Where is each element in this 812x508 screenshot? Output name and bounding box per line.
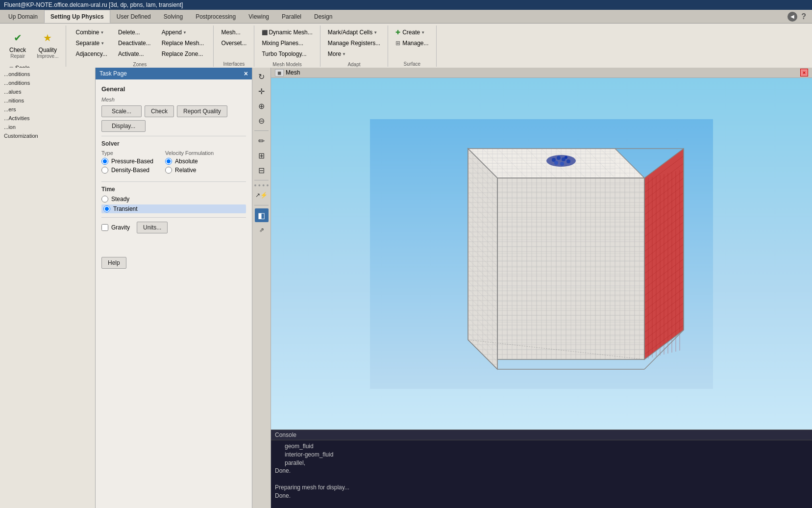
absolute-option[interactable]: Absolute <box>165 158 214 165</box>
ribbon-group-adapt: Mark/Adapt Cells ▼ Manage Registers... M… <box>320 25 388 67</box>
svg-marker-51 <box>497 178 644 359</box>
solver-section-title: Solver <box>101 140 246 147</box>
sidebar-item-conditions1[interactable]: ...onditions <box>0 70 95 78</box>
tab-parallel-label: Parallel <box>282 13 301 20</box>
steady-radio[interactable] <box>101 196 108 203</box>
manage-surface-button[interactable]: ⊞ Manage... <box>392 38 432 48</box>
tab-domain[interactable]: Up Domain <box>2 10 44 23</box>
check-dialog-button[interactable]: Check <box>145 105 174 117</box>
mixing-planes-button[interactable]: Mixing Planes... <box>258 38 316 48</box>
console-title: Console <box>275 432 296 438</box>
time-radio-group: Steady Transient <box>101 196 246 213</box>
adjacency-label: Adjacency... <box>75 51 107 57</box>
ribbon-tabs: Up Domain Setting Up Physics User Define… <box>0 10 812 24</box>
improve-label: Improve... <box>37 53 58 59</box>
relative-radio[interactable] <box>165 167 172 174</box>
turbo-topology-button[interactable]: Turbo Topology... <box>258 49 316 59</box>
mark-adapt-button[interactable]: Mark/Adapt Cells ▼ <box>324 27 384 37</box>
tab-domain-label: Up Domain <box>8 13 38 20</box>
gravity-checkbox[interactable] <box>101 224 108 231</box>
sidebar-item-nitions[interactable]: ...nitions <box>0 96 95 105</box>
more-adapt-label: More <box>328 51 341 57</box>
overset-label: Overset... <box>221 40 246 47</box>
tab-design[interactable]: Design <box>308 10 339 23</box>
sidebar-item-conditions2[interactable]: ...onditions <box>0 78 95 87</box>
refresh-toolbar-btn[interactable]: ↻ <box>255 70 269 83</box>
sidebar-item-activities[interactable]: ...Activities <box>0 114 95 123</box>
combine-button[interactable]: Combine ▼ <box>72 27 110 37</box>
gravity-divider <box>101 217 246 218</box>
console-line-6: Preparing mesh for display... <box>275 483 808 492</box>
tab-physics[interactable]: Setting Up Physics <box>44 10 110 23</box>
sidebar-item-customization[interactable]: Customization <box>0 131 95 140</box>
sidebar-item-values[interactable]: ...alues <box>0 87 95 96</box>
units-button[interactable]: Units... <box>137 222 168 233</box>
dynamic-mesh-button[interactable]: ⬛ Dynamic Mesh... <box>258 27 316 37</box>
sidebar-item-ers[interactable]: ...ers <box>0 105 95 114</box>
append-button[interactable]: Append ▼ <box>158 27 208 37</box>
find-toolbar-btn[interactable]: ⊞ <box>255 149 269 162</box>
delete-button[interactable]: Delete... <box>115 27 154 37</box>
task-page: Task Page × General Mesh Scale... Check … <box>96 68 252 508</box>
task-page-close-button[interactable]: × <box>244 70 248 77</box>
manage-registers-button[interactable]: Manage Registers... <box>324 38 384 48</box>
help-button[interactable]: ? <box>801 12 806 21</box>
more-adapt-button[interactable]: More ▼ <box>324 49 384 59</box>
deactivate-button[interactable]: Deactivate... <box>115 38 154 48</box>
pressure-based-option[interactable]: Pressure-Based <box>101 158 153 165</box>
activate-button[interactable]: Activate... <box>115 49 154 59</box>
tab-postprocessing[interactable]: Postprocessing <box>189 10 242 23</box>
viewport-close-button[interactable]: × <box>800 69 808 76</box>
console-content[interactable]: geom_fluid interior-geom_fluid parallel,… <box>271 440 812 508</box>
sidebar-item-ion[interactable]: ...ion <box>0 123 95 131</box>
draw-toolbar-btn[interactable]: ✏ <box>255 134 269 148</box>
display-dialog-button[interactable]: Display... <box>101 120 146 132</box>
transient-option[interactable]: Transient <box>101 204 246 213</box>
viewport: ◼ Mesh × <box>271 68 812 430</box>
view-active-toolbar-btn[interactable]: ◧ <box>255 208 269 222</box>
transient-radio[interactable] <box>103 205 110 212</box>
back-button[interactable]: ◀ <box>787 12 797 22</box>
report-quality-button[interactable]: Report Quality <box>177 105 227 117</box>
replace-mesh-button[interactable]: Replace Mesh... <box>158 38 208 48</box>
create-surface-button[interactable]: ✚ Create ▼ <box>392 27 432 37</box>
velocity-formulation-column: Velocity Formulation Absolute Relative <box>165 150 214 178</box>
steady-label: Steady <box>111 196 129 203</box>
scale-dialog-button[interactable]: Scale... <box>101 105 142 117</box>
link-toolbar-btn[interactable]: ⇗ <box>255 223 269 237</box>
viewport-area: ◼ Mesh × <box>271 68 812 508</box>
check-repair-button[interactable]: ✔ Check Repair <box>6 27 29 61</box>
title-bar: Fluent@KP-NOTE.office.delcam-ural.ru [3d… <box>0 0 812 10</box>
zoom-out-toolbar-btn[interactable]: ⊖ <box>255 114 269 127</box>
zoom-fit-toolbar-btn[interactable]: ⊟ <box>255 163 269 177</box>
mesh-subsection-title: Mesh <box>101 97 246 102</box>
density-based-radio[interactable] <box>101 167 108 174</box>
mesh-3d-view[interactable] <box>271 78 812 430</box>
pointer-toolbar-btn[interactable]: ↗⚡ <box>255 188 269 202</box>
adjacency-button[interactable]: Adjacency... <box>72 49 110 59</box>
overset-button[interactable]: Overset... <box>218 38 250 48</box>
help-dialog-button[interactable]: Help <box>101 257 126 269</box>
zoom-in-toolbar-btn[interactable]: ⊕ <box>255 99 269 113</box>
tab-parallel[interactable]: Parallel <box>275 10 308 23</box>
pressure-based-radio[interactable] <box>101 158 108 165</box>
crosshair-toolbar-btn[interactable]: ✛ <box>255 84 269 98</box>
zones-group-label: Zones <box>133 61 147 67</box>
mesh-interfaces-button[interactable]: Mesh... <box>218 27 250 37</box>
replace-zone-label: Replace Zone... <box>162 51 203 57</box>
density-based-label: Density-Based <box>111 167 149 174</box>
steady-option[interactable]: Steady <box>101 196 246 203</box>
density-based-option[interactable]: Density-Based <box>101 167 153 174</box>
help-button-row: Help <box>101 257 246 269</box>
tab-user-defined[interactable]: User Defined <box>110 10 157 23</box>
relative-option[interactable]: Relative <box>165 167 214 174</box>
separate-button[interactable]: Separate ▼ <box>72 38 110 48</box>
absolute-radio[interactable] <box>165 158 172 165</box>
tab-solving[interactable]: Solving <box>157 10 189 23</box>
quality-improve-button[interactable]: ★ Quality Improve... <box>33 27 62 61</box>
replace-zone-button[interactable]: Replace Zone... <box>158 49 208 59</box>
tab-viewing[interactable]: Viewing <box>242 10 275 23</box>
replace-mesh-label: Replace Mesh... <box>162 40 204 47</box>
toolbar-sep1 <box>254 130 269 131</box>
svg-point-131 <box>560 162 564 166</box>
